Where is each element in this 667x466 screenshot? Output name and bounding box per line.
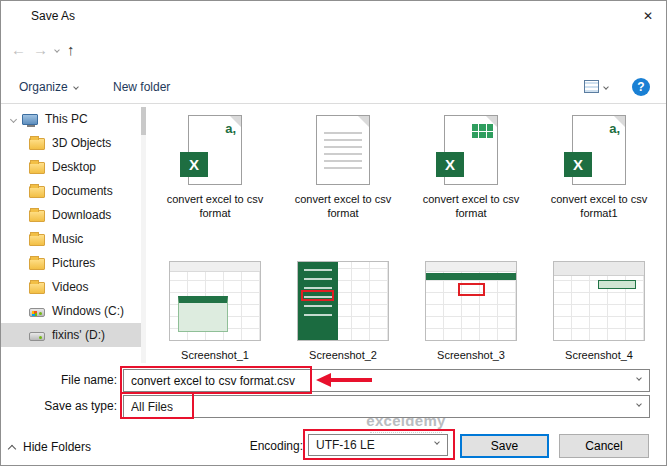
thumb-ribbon [554,262,644,276]
file-label: convert excel to csv format1 [548,192,650,221]
file-tile-screenshot-2[interactable]: Screenshot_2 [279,251,407,363]
sidebar-item-desktop[interactable]: Desktop [1,155,141,179]
file-label: convert excel to csv format [292,192,394,221]
chevron-down-icon[interactable] [636,401,642,407]
sidebar-item-3d-objects[interactable]: 3D Objects [1,131,141,155]
pc-icon [22,114,38,125]
spreadsheet-grid-icon [472,124,493,138]
annotation-arrow-head [316,373,331,387]
sidebar-item-music[interactable]: Music [1,227,141,251]
sidebar-item-label: Music [52,232,83,246]
file-tile-screenshot-1[interactable]: Screenshot_1 [151,251,279,363]
save-as-type-value: All Files [131,400,173,414]
close-icon[interactable]: ✕ [630,1,666,31]
excel-x-icon: X [180,152,208,177]
csv-mark-icon: a, [225,121,236,136]
sidebar-item-documents[interactable]: Documents [1,179,141,203]
thumb-red-highlight [301,290,334,301]
thumb-file-menu [298,262,338,340]
history-chevron-icon[interactable] [54,47,60,53]
file-tile-screenshot-4[interactable]: Screenshot_4 [535,251,663,363]
file-tile-excel-csv-2[interactable]: a, X convert excel to csv format1 [535,105,663,251]
sidebar-item-this-pc[interactable]: This PC [1,107,141,131]
folder-icon [29,234,45,246]
file-tile-screenshot-3[interactable]: Screenshot_3 [407,251,535,363]
excel-xlsx-file-icon: X [444,115,498,185]
views-icon [584,80,599,93]
change-view-button[interactable] [584,80,608,93]
excel-csv-file-icon: a, X [188,115,242,185]
chevron-down-icon[interactable] [434,439,440,445]
sidebar-item-windows-c[interactable]: Windows (C:) [1,299,141,323]
file-list: a, X convert excel to csv format convert… [151,105,663,363]
sidebar-scrollbar[interactable] [141,107,146,363]
screenshot-thumbnail [297,261,389,341]
excel-csv-file-icon: a, X [572,115,626,185]
folder-icon [29,210,45,222]
folder-icon [29,138,45,150]
excel-x-icon: X [436,152,464,177]
sidebar-item-label: Windows (C:) [52,304,124,318]
forward-icon[interactable]: → [33,41,48,58]
screenshot-thumbnail [169,261,261,341]
file-label: Screenshot_1 [181,348,249,362]
chevron-down-icon[interactable] [636,375,642,381]
watermark-swoosh [370,430,442,433]
screenshot-thumbnail [553,261,645,341]
sidebar-item-pictures[interactable]: Pictures [1,251,141,275]
toolbar-separator [1,103,666,104]
sidebar-item-videos[interactable]: Videos [1,275,141,299]
text-file-icon [316,115,370,185]
sidebar-item-label: Downloads [52,208,111,222]
cancel-button[interactable]: Cancel [559,434,649,458]
new-folder-label: New folder [113,80,170,94]
dialog-title: Save As [31,9,75,23]
save-as-type-combo[interactable]: All Files [123,395,650,418]
file-label: convert excel to csv format [164,192,266,221]
sidebar-item-fixins-d[interactable]: fixins' (D:) [1,323,141,347]
folder-icon [29,186,45,198]
sidebar-item-label: Documents [52,184,113,198]
sidebar-item-label: Desktop [52,160,96,174]
hide-folders-label: Hide Folders [23,440,91,454]
thumb-toolbar [170,262,260,272]
chevron-expanded-icon[interactable] [10,115,17,122]
folder-icon [29,162,45,174]
annotation-arrow-line [330,378,372,382]
file-tile-excel-xlsx[interactable]: X convert excel to csv format [407,105,535,251]
thumb-selection [598,280,636,289]
thumb-table [178,296,228,332]
chevron-down-icon [603,84,609,90]
file-name-input[interactable] [131,374,629,388]
navigation-pane: This PC 3D Objects Desktop Documents Dow… [1,107,141,363]
save-as-type-label: Save as type: [1,399,117,413]
thumb-red-highlight [458,283,485,296]
file-tile-text[interactable]: convert excel to csv format [279,105,407,251]
chevron-down-icon [73,84,79,90]
navigation-bar: ← → ↑ « SOFT... › how to convert excel t… [1,35,666,67]
file-label: Screenshot_3 [437,348,505,362]
sidebar-item-label: This PC [45,112,88,126]
file-name-combo[interactable] [123,369,650,392]
file-label: Screenshot_2 [309,348,377,362]
command-toolbar: Organize New folder ? [1,73,666,103]
back-icon[interactable]: ← [11,41,26,58]
encoding-combo[interactable]: UTF-16 LE [308,434,448,456]
drive-icon [29,308,45,317]
help-button[interactable]: ? [632,78,650,96]
sidebar-item-label: fixins' (D:) [52,328,105,342]
up-icon[interactable]: ↑ [67,41,75,58]
sidebar-item-label: Videos [52,280,88,294]
hide-folders-button[interactable]: Hide Folders [9,435,91,459]
sidebar-item-downloads[interactable]: Downloads [1,203,141,227]
chevron-up-icon [8,444,16,452]
text-lines-icon [324,132,362,174]
new-folder-button[interactable]: New folder [113,80,170,94]
organize-button[interactable]: Organize [19,80,78,94]
save-button[interactable]: Save [460,434,549,458]
file-label: Screenshot_4 [565,348,633,362]
file-tile-excel-csv-1[interactable]: a, X convert excel to csv format [151,105,279,251]
thumb-toolbar [426,262,516,272]
scrollbar-thumb[interactable] [141,107,146,135]
excel-x-icon: X [564,152,592,177]
